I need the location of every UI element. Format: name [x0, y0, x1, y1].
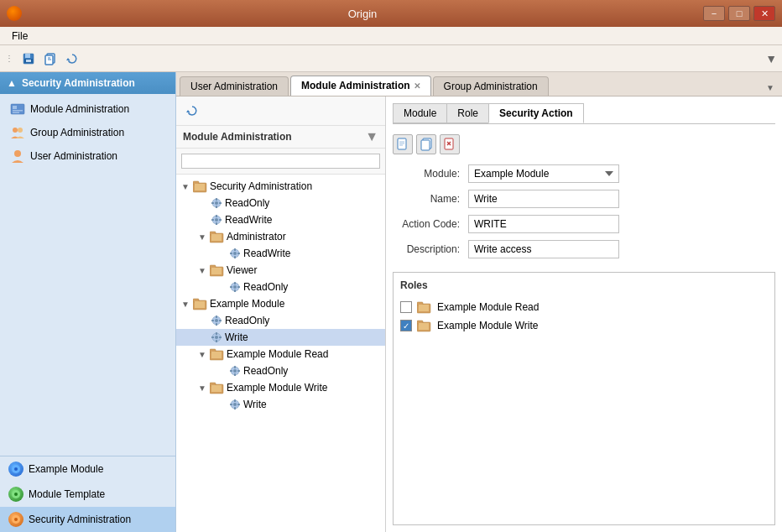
tree-expand-example-module[interactable]: ▼ [180, 300, 191, 309]
tree-expand-example-module-read[interactable]: ▼ [196, 350, 208, 359]
filter-button[interactable]: ▼ [365, 129, 378, 144]
tab-module-admin[interactable]: Module Administration ✕ [290, 76, 431, 96]
tree-node-readonly-4[interactable]: ReadOnly [176, 362, 385, 379]
delete-doc-icon [443, 138, 456, 151]
copy-icon [44, 52, 57, 65]
sidebar-item-group-admin[interactable]: Group Administration [0, 121, 175, 144]
tree-expand-security-admin[interactable]: ▼ [180, 182, 191, 191]
detail-new-button[interactable] [393, 134, 413, 154]
tree-search-input[interactable] [181, 154, 380, 169]
tree-node-readwrite-2[interactable]: ReadWrite [176, 245, 385, 262]
description-input[interactable] [468, 240, 619, 258]
sidebar-bottom: Example Module Module Template [0, 456, 175, 532]
detail-tab-security-action[interactable]: Security Action [488, 103, 584, 123]
sidebar-bottom-module-template[interactable]: Module Template [0, 482, 175, 507]
tree-node-write[interactable]: Write [176, 329, 385, 346]
right-panel: Module Role Security Action [386, 96, 782, 532]
svg-rect-31 [219, 202, 222, 204]
tree-node-readonly-2[interactable]: ReadOnly [176, 279, 385, 295]
svg-rect-53 [234, 289, 236, 292]
tree-node-readwrite-1[interactable]: ReadWrite [176, 211, 385, 228]
svg-rect-34 [216, 215, 217, 217]
tree-expand-write [196, 333, 208, 342]
tab-user-admin[interactable]: User Administration [180, 76, 289, 96]
tree-expand-administrator[interactable]: ▼ [196, 232, 208, 242]
svg-point-42 [233, 252, 237, 255]
tab-group-admin[interactable]: Group Administration [433, 76, 549, 96]
detail-tab-module[interactable]: Module [393, 103, 447, 123]
name-field-label: Name: [393, 193, 468, 205]
role-item-write: ✓ Example Module Write [400, 316, 768, 335]
minimize-button[interactable]: − [703, 6, 725, 21]
module-select[interactable]: Example Module [468, 164, 619, 183]
detail-delete-button[interactable] [440, 134, 460, 154]
form-row-description: Description: [393, 240, 775, 258]
svg-rect-94 [421, 140, 430, 150]
folder-example-module-write-icon [210, 381, 225, 394]
folder-security-icon [193, 180, 208, 193]
toolbar: ⋮ ▼ [0, 45, 782, 72]
blue-module-svg [10, 463, 22, 475]
sidebar-bottom-example-module[interactable]: Example Module [0, 456, 175, 482]
tree-refresh-button[interactable] [183, 102, 201, 120]
gear-readwrite-2-icon [228, 247, 242, 260]
detail-tab-role[interactable]: Role [446, 103, 489, 123]
user-admin-icon [10, 149, 25, 164]
svg-rect-28 [216, 198, 217, 201]
sidebar-item-user-admin[interactable]: User Administration [0, 144, 175, 168]
svg-rect-11 [13, 110, 23, 112]
name-input[interactable] [468, 190, 619, 208]
orange-module-svg [10, 514, 22, 525]
sidebar-header[interactable]: ▲ Security Administration [0, 72, 175, 94]
tree-container: ▼ Security Administration [176, 175, 385, 532]
gear-readwrite-1-icon [210, 213, 223, 227]
tabs-dropdown[interactable]: ▼ [762, 79, 779, 96]
role-read-checkbox[interactable] [400, 301, 412, 313]
svg-rect-68 [216, 340, 217, 342]
toolbar-dropdown-icon[interactable]: ▼ [765, 52, 777, 65]
close-button[interactable]: ✕ [753, 6, 775, 21]
tree-node-example-module-read[interactable]: ▼ Example Module Read [176, 346, 385, 362]
detail-copy-button[interactable] [416, 134, 436, 154]
form-row-action-code: Action Code: [393, 215, 775, 233]
module-field-label: Module: [393, 168, 468, 180]
svg-point-51 [233, 285, 237, 289]
action-code-input[interactable] [468, 215, 619, 233]
copy-button[interactable] [40, 49, 60, 69]
svg-rect-85 [234, 399, 236, 402]
svg-rect-86 [234, 407, 236, 409]
tree-expand-readonly-3 [196, 316, 208, 326]
role-write-checkbox[interactable]: ✓ [400, 320, 412, 331]
tree-node-write-2[interactable]: Write [176, 396, 385, 413]
sidebar-item-module-admin[interactable]: Module Administration [0, 97, 175, 121]
refresh-icon [65, 52, 79, 65]
tree-node-viewer[interactable]: ▼ Viewer [176, 262, 385, 279]
save-button[interactable] [18, 49, 39, 69]
sidebar-header-label: Security Administration [22, 77, 135, 89]
svg-rect-70 [219, 336, 222, 338]
tree-node-security-admin[interactable]: ▼ Security Administration [176, 178, 385, 195]
tree-node-example-module[interactable]: ▼ Example Module [176, 295, 385, 312]
sidebar-bottom-security-admin[interactable]: Security Administration [0, 507, 175, 532]
maximize-button[interactable]: □ [728, 6, 750, 21]
tree-node-readonly-3[interactable]: ReadOnly [176, 312, 385, 329]
svg-rect-88 [237, 404, 240, 405]
tree-node-example-module-write[interactable]: ▼ Example Module Write [176, 379, 385, 396]
svg-rect-37 [219, 219, 222, 221]
svg-rect-1 [25, 54, 30, 58]
tree-node-readonly-1[interactable]: ReadOnly [176, 195, 385, 211]
app-icon [7, 6, 22, 21]
tab-module-admin-close[interactable]: ✕ [414, 81, 420, 91]
tree-node-example-module-read-label: Example Module Read [227, 348, 328, 360]
gear-readonly-1-icon [210, 196, 223, 210]
tree-expand-example-module-write[interactable]: ▼ [196, 383, 208, 393]
refresh-button[interactable] [62, 49, 82, 69]
svg-rect-82 [211, 385, 222, 392]
tree-toolbar [176, 96, 385, 126]
sidebar-collapse-icon: ▲ [7, 77, 17, 89]
file-menu[interactable]: File [5, 29, 34, 44]
tree-node-administrator[interactable]: ▼ Administrator [176, 228, 385, 245]
svg-rect-52 [234, 282, 236, 284]
tree-expand-viewer[interactable]: ▼ [196, 266, 208, 275]
sidebar-item-module-admin-label: Module Administration [30, 103, 129, 115]
